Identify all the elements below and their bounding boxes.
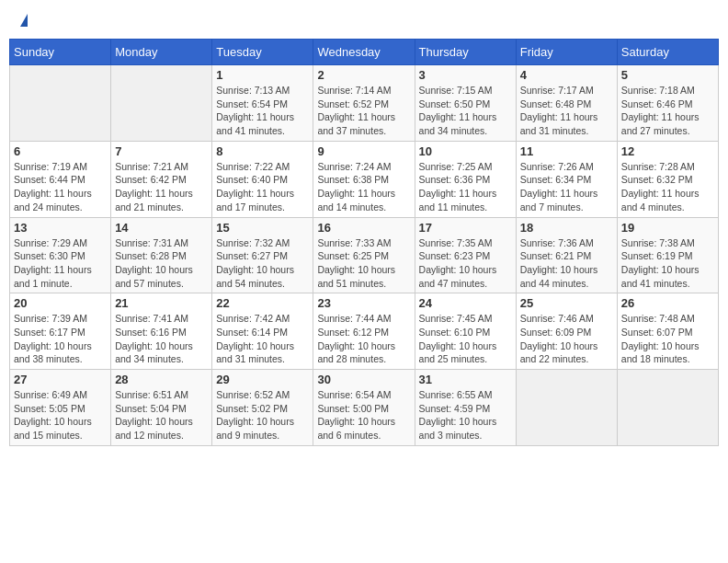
day-info: Sunrise: 7:48 AM Sunset: 6:07 PM Dayligh… — [621, 312, 714, 366]
calendar-day-cell: 6Sunrise: 7:19 AM Sunset: 6:44 PM Daylig… — [10, 141, 111, 217]
calendar-day-cell: 16Sunrise: 7:33 AM Sunset: 6:25 PM Dayli… — [313, 217, 415, 293]
day-number: 14 — [115, 221, 208, 235]
day-number: 18 — [520, 221, 613, 235]
day-info: Sunrise: 7:35 AM Sunset: 6:23 PM Dayligh… — [419, 236, 512, 291]
day-number: 2 — [317, 68, 410, 82]
day-info: Sunrise: 7:42 AM Sunset: 6:14 PM Dayligh… — [216, 312, 309, 366]
calendar-day-cell: 18Sunrise: 7:36 AM Sunset: 6:21 PM Dayli… — [516, 217, 617, 293]
day-number: 1 — [216, 68, 309, 82]
calendar-day-cell: 3Sunrise: 7:15 AM Sunset: 6:50 PM Daylig… — [415, 65, 516, 142]
calendar-day-cell: 28Sunrise: 6:51 AM Sunset: 5:04 PM Dayli… — [111, 370, 212, 446]
day-number: 10 — [419, 144, 512, 158]
day-number: 16 — [317, 221, 410, 235]
day-of-week-header: Wednesday — [313, 40, 415, 65]
day-info: Sunrise: 7:15 AM Sunset: 6:50 PM Dayligh… — [419, 84, 512, 138]
day-number: 23 — [317, 296, 410, 310]
calendar-day-cell: 30Sunrise: 6:54 AM Sunset: 5:00 PM Dayli… — [313, 370, 415, 446]
day-info: Sunrise: 7:22 AM Sunset: 6:40 PM Dayligh… — [216, 160, 309, 214]
calendar-day-cell — [617, 370, 718, 446]
day-of-week-header: Saturday — [617, 40, 718, 65]
calendar-day-cell: 4Sunrise: 7:17 AM Sunset: 6:48 PM Daylig… — [516, 65, 617, 142]
day-number: 28 — [115, 373, 208, 386]
calendar-day-cell: 9Sunrise: 7:24 AM Sunset: 6:38 PM Daylig… — [313, 141, 415, 217]
day-of-week-header: Friday — [516, 40, 617, 65]
calendar-day-cell: 14Sunrise: 7:31 AM Sunset: 6:28 PM Dayli… — [111, 217, 212, 293]
day-info: Sunrise: 7:26 AM Sunset: 6:34 PM Dayligh… — [520, 160, 613, 214]
day-info: Sunrise: 7:13 AM Sunset: 6:54 PM Dayligh… — [216, 84, 309, 138]
day-info: Sunrise: 7:32 AM Sunset: 6:27 PM Dayligh… — [216, 236, 309, 291]
calendar-week-row: 27Sunrise: 6:49 AM Sunset: 5:05 PM Dayli… — [10, 370, 719, 446]
day-number: 3 — [419, 68, 512, 82]
calendar-day-cell: 20Sunrise: 7:39 AM Sunset: 6:17 PM Dayli… — [10, 293, 111, 370]
day-number: 26 — [621, 296, 714, 310]
calendar-day-cell: 17Sunrise: 7:35 AM Sunset: 6:23 PM Dayli… — [415, 217, 516, 293]
day-info: Sunrise: 7:24 AM Sunset: 6:38 PM Dayligh… — [317, 160, 410, 214]
day-of-week-header: Thursday — [415, 40, 516, 65]
day-of-week-header: Monday — [111, 40, 212, 65]
day-number: 15 — [216, 221, 309, 235]
calendar-day-cell: 10Sunrise: 7:25 AM Sunset: 6:36 PM Dayli… — [415, 141, 516, 217]
day-info: Sunrise: 6:52 AM Sunset: 5:02 PM Dayligh… — [216, 388, 309, 442]
day-info: Sunrise: 7:28 AM Sunset: 6:32 PM Dayligh… — [621, 160, 714, 214]
calendar-day-cell: 21Sunrise: 7:41 AM Sunset: 6:16 PM Dayli… — [111, 293, 212, 370]
day-info: Sunrise: 7:45 AM Sunset: 6:10 PM Dayligh… — [419, 312, 512, 366]
day-info: Sunrise: 7:38 AM Sunset: 6:19 PM Dayligh… — [621, 236, 714, 291]
day-info: Sunrise: 7:17 AM Sunset: 6:48 PM Dayligh… — [520, 84, 613, 138]
calendar-day-cell: 26Sunrise: 7:48 AM Sunset: 6:07 PM Dayli… — [617, 293, 718, 370]
day-number: 31 — [419, 373, 512, 386]
day-number: 29 — [216, 373, 309, 386]
calendar-day-cell: 13Sunrise: 7:29 AM Sunset: 6:30 PM Dayli… — [10, 217, 111, 293]
day-number: 20 — [14, 296, 107, 310]
calendar-header-row: SundayMondayTuesdayWednesdayThursdayFrid… — [10, 40, 719, 65]
day-info: Sunrise: 6:51 AM Sunset: 5:04 PM Dayligh… — [115, 388, 208, 442]
calendar-day-cell: 2Sunrise: 7:14 AM Sunset: 6:52 PM Daylig… — [313, 65, 415, 142]
day-number: 19 — [621, 221, 714, 235]
day-info: Sunrise: 7:39 AM Sunset: 6:17 PM Dayligh… — [14, 312, 107, 366]
day-number: 17 — [419, 221, 512, 235]
calendar-day-cell: 25Sunrise: 7:46 AM Sunset: 6:09 PM Dayli… — [516, 293, 617, 370]
day-info: Sunrise: 7:46 AM Sunset: 6:09 PM Dayligh… — [520, 312, 613, 366]
day-info: Sunrise: 7:29 AM Sunset: 6:30 PM Dayligh… — [14, 236, 107, 291]
day-info: Sunrise: 7:19 AM Sunset: 6:44 PM Dayligh… — [14, 160, 107, 214]
calendar-day-cell: 31Sunrise: 6:55 AM Sunset: 4:59 PM Dayli… — [415, 370, 516, 446]
day-number: 4 — [520, 68, 613, 82]
day-number: 8 — [216, 144, 309, 158]
day-number: 21 — [115, 296, 208, 310]
day-number: 22 — [216, 296, 309, 310]
calendar-day-cell: 11Sunrise: 7:26 AM Sunset: 6:34 PM Dayli… — [516, 141, 617, 217]
day-number: 6 — [14, 144, 107, 158]
calendar-week-row: 1Sunrise: 7:13 AM Sunset: 6:54 PM Daylig… — [10, 65, 719, 142]
day-info: Sunrise: 6:55 AM Sunset: 4:59 PM Dayligh… — [419, 388, 512, 442]
day-number: 12 — [621, 144, 714, 158]
day-info: Sunrise: 7:31 AM Sunset: 6:28 PM Dayligh… — [115, 236, 208, 291]
calendar-day-cell — [10, 65, 111, 142]
calendar-week-row: 6Sunrise: 7:19 AM Sunset: 6:44 PM Daylig… — [10, 141, 719, 217]
day-number: 13 — [14, 221, 107, 235]
calendar-week-row: 20Sunrise: 7:39 AM Sunset: 6:17 PM Dayli… — [10, 293, 719, 370]
calendar-day-cell: 15Sunrise: 7:32 AM Sunset: 6:27 PM Dayli… — [212, 217, 313, 293]
calendar-day-cell — [111, 65, 212, 142]
day-number: 25 — [520, 296, 613, 310]
logo — [18, 14, 28, 27]
day-info: Sunrise: 7:21 AM Sunset: 6:42 PM Dayligh… — [115, 160, 208, 214]
calendar-day-cell: 5Sunrise: 7:18 AM Sunset: 6:46 PM Daylig… — [617, 65, 718, 142]
day-info: Sunrise: 7:14 AM Sunset: 6:52 PM Dayligh… — [317, 84, 410, 138]
calendar-day-cell: 8Sunrise: 7:22 AM Sunset: 6:40 PM Daylig… — [212, 141, 313, 217]
day-of-week-header: Tuesday — [212, 40, 313, 65]
day-of-week-header: Sunday — [10, 40, 111, 65]
day-info: Sunrise: 7:18 AM Sunset: 6:46 PM Dayligh… — [621, 84, 714, 138]
calendar-day-cell: 1Sunrise: 7:13 AM Sunset: 6:54 PM Daylig… — [212, 65, 313, 142]
calendar-day-cell: 27Sunrise: 6:49 AM Sunset: 5:05 PM Dayli… — [10, 370, 111, 446]
calendar-table: SundayMondayTuesdayWednesdayThursdayFrid… — [9, 39, 719, 446]
calendar-day-cell: 23Sunrise: 7:44 AM Sunset: 6:12 PM Dayli… — [313, 293, 415, 370]
day-number: 11 — [520, 144, 613, 158]
day-info: Sunrise: 6:54 AM Sunset: 5:00 PM Dayligh… — [317, 388, 410, 442]
calendar-day-cell: 12Sunrise: 7:28 AM Sunset: 6:32 PM Dayli… — [617, 141, 718, 217]
day-number: 5 — [621, 68, 714, 82]
calendar-day-cell — [516, 370, 617, 446]
calendar-day-cell: 22Sunrise: 7:42 AM Sunset: 6:14 PM Dayli… — [212, 293, 313, 370]
logo-triangle-icon — [20, 14, 28, 27]
day-number: 24 — [419, 296, 512, 310]
calendar-day-cell: 24Sunrise: 7:45 AM Sunset: 6:10 PM Dayli… — [415, 293, 516, 370]
day-number: 9 — [317, 144, 410, 158]
